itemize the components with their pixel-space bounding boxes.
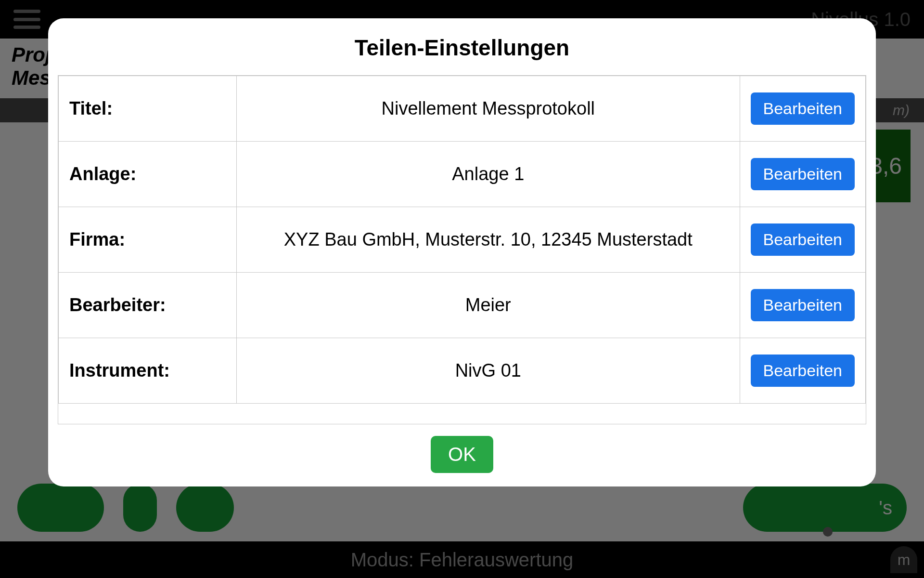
dialog-body[interactable]: Titel:Nivellement MessprotokollBearbeite… [58, 75, 866, 424]
settings-row-label: Anlage: [59, 142, 237, 207]
edit-button[interactable]: Bearbeiten [751, 289, 855, 321]
settings-row-label: Titel: [59, 76, 237, 142]
settings-row: Instrument:NivG 01Bearbeiten [59, 338, 866, 404]
share-settings-dialog: Teilen-Einstellungen Titel:Nivellement M… [48, 18, 876, 486]
settings-row: Titel:Nivellement MessprotokollBearbeite… [59, 76, 866, 142]
settings-row-value: Nivellement Messprotokoll [237, 76, 740, 142]
settings-table: Titel:Nivellement MessprotokollBearbeite… [58, 76, 866, 404]
edit-button[interactable]: Bearbeiten [751, 158, 855, 190]
ok-button[interactable]: OK [431, 436, 493, 473]
settings-row: Firma:XYZ Bau GmbH, Musterstr. 10, 12345… [59, 207, 866, 273]
settings-row-value: NivG 01 [237, 338, 740, 404]
settings-row-value: XYZ Bau GmbH, Musterstr. 10, 12345 Muste… [237, 207, 740, 273]
settings-row-action: Bearbeiten [740, 76, 865, 142]
settings-row-action: Bearbeiten [740, 142, 865, 207]
settings-row: Bearbeiter:MeierBearbeiten [59, 273, 866, 338]
edit-button[interactable]: Bearbeiten [751, 355, 855, 387]
settings-row-value: Anlage 1 [237, 142, 740, 207]
dialog-title: Teilen-Einstellungen [58, 35, 866, 61]
settings-row-label: Instrument: [59, 338, 237, 404]
settings-row-action: Bearbeiten [740, 207, 865, 273]
settings-row-action: Bearbeiten [740, 338, 865, 404]
settings-row-value: Meier [237, 273, 740, 338]
edit-button[interactable]: Bearbeiten [751, 223, 855, 256]
edit-button[interactable]: Bearbeiten [751, 92, 855, 125]
settings-row-label: Firma: [59, 207, 237, 273]
settings-row-label: Bearbeiter: [59, 273, 237, 338]
dialog-footer: OK [58, 424, 866, 473]
settings-row: Anlage:Anlage 1Bearbeiten [59, 142, 866, 207]
settings-row-action: Bearbeiten [740, 273, 865, 338]
